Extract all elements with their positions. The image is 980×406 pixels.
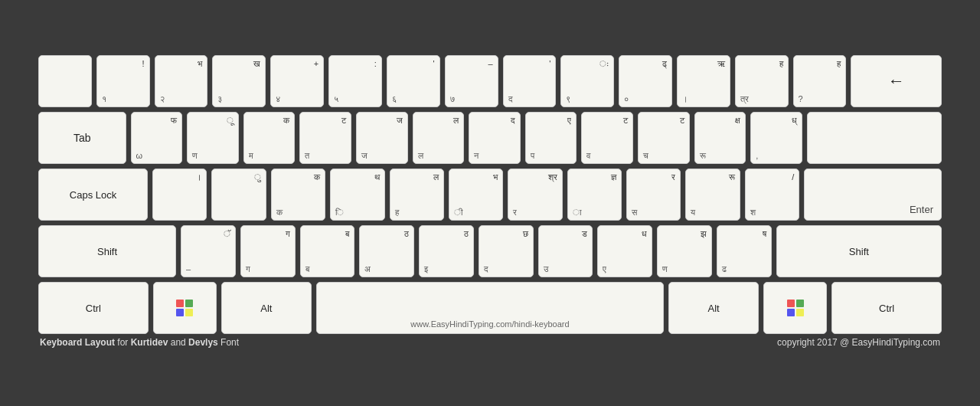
key-ctrl-right[interactable]: Ctrl <box>831 282 942 334</box>
key-b[interactable]: ठ इ <box>419 225 474 277</box>
key-shift-left[interactable]: Shift <box>38 225 176 277</box>
key-8[interactable]: ' द <box>503 55 557 107</box>
key-ctrl-left[interactable]: Ctrl <box>38 282 149 334</box>
key-6[interactable]: ' ६ <box>387 55 440 107</box>
key-7[interactable]: – ७ <box>445 55 498 107</box>
key-x[interactable]: ग ग <box>240 225 296 277</box>
key-comma[interactable]: ध ए <box>597 225 652 277</box>
key-t[interactable]: ज ज <box>356 112 408 164</box>
key-tab[interactable]: Tab <box>38 112 126 164</box>
key-semicolon[interactable]: रू य <box>685 169 740 221</box>
key-o[interactable]: ट व <box>581 112 633 164</box>
key-quote[interactable]: / श <box>745 169 799 221</box>
key-9[interactable]: ः ९ <box>560 55 614 107</box>
key-row-1: ! १ भ २ ख ३ + ४ : ५ ' ६ – ७ ' द <box>38 55 942 107</box>
key-win-left[interactable] <box>153 282 217 334</box>
key-u[interactable]: द न <box>469 112 521 164</box>
key-s[interactable]: ु <box>211 169 266 221</box>
key-4[interactable]: + ४ <box>270 55 324 107</box>
key-slash[interactable]: ष ढ <box>717 225 772 277</box>
key-3[interactable]: ख ३ <box>212 55 266 107</box>
footer-left: Keyboard Layout for Kurtidev and Devlys … <box>40 337 239 348</box>
key-c[interactable]: ब ब <box>300 225 355 277</box>
key-q[interactable]: फ ω <box>131 112 183 164</box>
key-l[interactable]: र स <box>626 169 681 221</box>
key-backspace[interactable]: ← <box>851 55 942 107</box>
windows-icon-right <box>787 300 804 316</box>
key-equal[interactable]: ह त्र <box>735 55 789 107</box>
key-shift-right[interactable]: Shift <box>776 225 942 277</box>
key-period[interactable]: झ ण <box>657 225 712 277</box>
key-r[interactable]: ट त <box>299 112 351 164</box>
key-h[interactable]: भ ी <box>449 169 503 221</box>
key-2[interactable]: भ २ <box>155 55 208 107</box>
key-caps-lock[interactable]: Caps Lock <box>38 169 148 221</box>
key-row-5: Ctrl Alt www.EasyHindiTyping.com/hindi-k… <box>38 282 942 334</box>
key-alt-left[interactable]: Alt <box>221 282 312 334</box>
key-z[interactable]: ॅ – <box>181 225 236 277</box>
key-a[interactable]: । <box>152 169 207 221</box>
key-k[interactable]: ज्ञ ा <box>567 169 622 221</box>
key-row-3: Caps Lock । ु क क थ ि ल ह भ ी श्र र <box>38 169 942 221</box>
key-tilde[interactable] <box>38 55 92 107</box>
key-row-2: Tab फ ω ू ण क म ट त ज ज ल ल द न <box>38 112 942 164</box>
key-g[interactable]: ल ह <box>390 169 444 221</box>
key-i[interactable]: ए प <box>525 112 577 164</box>
key-d[interactable]: क क <box>271 169 325 221</box>
key-j[interactable]: श्र र <box>508 169 562 221</box>
key-p[interactable]: ट च <box>638 112 690 164</box>
key-rbracket[interactable]: ध् , <box>750 112 802 164</box>
key-e[interactable]: क म <box>243 112 296 164</box>
key-1[interactable]: ! १ <box>96 55 150 107</box>
key-f[interactable]: थ ि <box>330 169 384 221</box>
key-win-right[interactable] <box>763 282 827 334</box>
key-space[interactable]: www.EasyHindiTyping.com/hindi-keyboard <box>316 282 665 334</box>
key-y[interactable]: ल ल <box>413 112 465 164</box>
key-m[interactable]: ड उ <box>538 225 593 277</box>
footer: Keyboard Layout for Kurtidev and Devlys … <box>38 334 942 351</box>
key-5[interactable]: : ५ <box>328 55 382 107</box>
windows-icon-left <box>176 300 193 316</box>
key-lbracket[interactable]: क्ष रू <box>694 112 746 164</box>
key-enter-2[interactable]: Enter <box>804 169 942 221</box>
key-alt-right[interactable]: Alt <box>668 282 759 334</box>
key-minus[interactable]: ऋ । <box>677 55 730 107</box>
space-bar-url: www.EasyHindiTyping.com/hindi-keyboard <box>325 319 656 329</box>
keyboard: ! १ भ २ ख ३ + ४ : ५ ' ६ – ७ ' द <box>38 55 942 334</box>
key-row-4: Shift ॅ – ग ग ब ब ठ अ ठ इ छ द ड उ <box>38 225 942 277</box>
key-w[interactable]: ू ण <box>187 112 239 164</box>
key-enter[interactable] <box>807 112 942 164</box>
footer-right: copyright 2017 @ EasyHindiTyping.com <box>777 337 940 348</box>
key-0[interactable]: ढ् ० <box>619 55 672 107</box>
key-backslash[interactable]: ह ? <box>793 55 847 107</box>
key-v[interactable]: ठ अ <box>359 225 414 277</box>
key-n[interactable]: छ द <box>479 225 534 277</box>
